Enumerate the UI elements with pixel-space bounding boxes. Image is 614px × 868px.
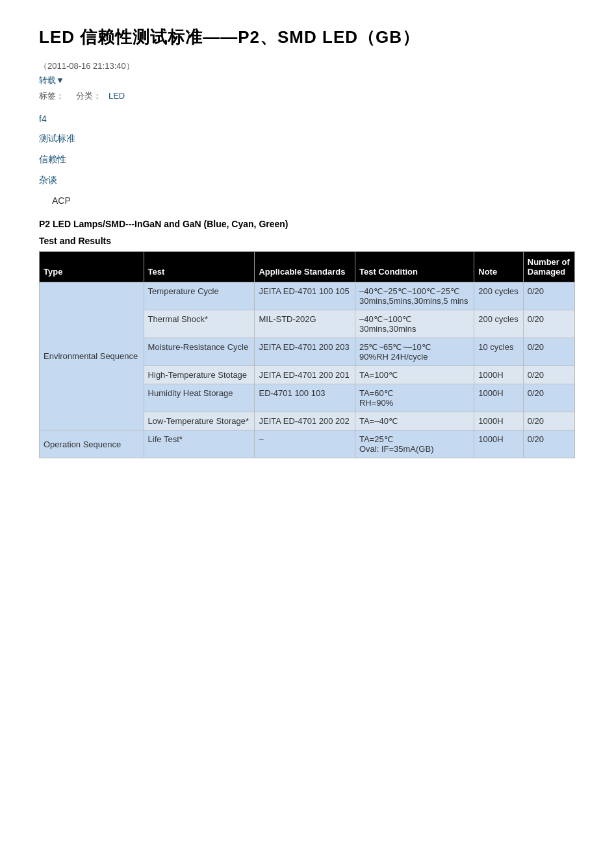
- test-cell: Temperature Cycle: [144, 282, 255, 310]
- standards-cell: JEITA ED-4701 100 105: [255, 282, 355, 310]
- condition-cell: 25℃~65℃~–10℃ 90%RH 24H/cycle: [355, 338, 474, 366]
- condition-cell: –40℃~100℃ 30mins,30mins: [355, 310, 474, 338]
- damaged-cell: 0/20: [523, 412, 574, 430]
- tag-miscellaneous[interactable]: 杂谈: [39, 175, 575, 186]
- tag-test-standard[interactable]: 测试标准: [39, 133, 575, 145]
- note-cell: 200 cycles: [474, 310, 524, 338]
- tags-line: 标签： 分类： LED: [39, 90, 575, 102]
- note-cell: 1000H: [474, 430, 524, 458]
- condition-cell: TA=60℃ RH=90%: [355, 384, 474, 412]
- meta-date: （2011-08-16 21:13:40）: [39, 60, 575, 72]
- damaged-cell: 0/20: [523, 430, 574, 458]
- type-cell: Environmental Sequence: [40, 282, 144, 430]
- col-type: Type: [40, 252, 144, 282]
- tag-reliability[interactable]: 信赖性: [39, 154, 575, 166]
- note-cell: 1000H: [474, 366, 524, 384]
- condition-cell: TA=25℃ Oval: IF=35mA(GB): [355, 430, 474, 458]
- condition-cell: TA=–40℃: [355, 412, 474, 430]
- note-cell: 200 cycles: [474, 282, 524, 310]
- damaged-cell: 0/20: [523, 310, 574, 338]
- table-row: Operation SequenceLife Test*–TA=25℃ Oval…: [40, 430, 575, 458]
- note-cell: 1000H: [474, 384, 524, 412]
- page-title: LED 信赖性测试标准——P2、SMD LED（GB）: [39, 26, 575, 49]
- standards-cell: JEITA ED-4701 200 203: [255, 338, 355, 366]
- category-label: 分类：: [76, 91, 101, 101]
- test-cell: Thermal Shock*: [144, 310, 255, 338]
- test-cell: Low-Temperature Storage*: [144, 412, 255, 430]
- standards-cell: JEITA ED-4701 200 201: [255, 366, 355, 384]
- standards-cell: JEITA ED-4701 200 202: [255, 412, 355, 430]
- damaged-cell: 0/20: [523, 282, 574, 310]
- test-cell: High-Temperature Stotage: [144, 366, 255, 384]
- results-heading: Test and Results: [39, 236, 575, 246]
- damaged-cell: 0/20: [523, 384, 574, 412]
- note-cell: 1000H: [474, 412, 524, 430]
- repost-button[interactable]: 转载▼: [39, 75, 575, 86]
- test-cell: Humidity Heat Storage: [144, 384, 255, 412]
- section-subtitle: P2 LED Lamps/SMD---InGaN and GaN (Blue, …: [39, 219, 575, 229]
- standards-cell: –: [255, 430, 355, 458]
- test-cell: Life Test*: [144, 430, 255, 458]
- standards-cell: MIL-STD-202G: [255, 310, 355, 338]
- note-cell: 10 cycles: [474, 338, 524, 366]
- acp-text: ACP: [52, 195, 575, 206]
- col-number: Number of Damaged: [523, 252, 574, 282]
- tag-f4[interactable]: f4: [39, 114, 575, 124]
- tags-label: 标签：: [39, 91, 64, 101]
- type-cell: Operation Sequence: [40, 430, 144, 458]
- col-condition: Test Condition: [355, 252, 474, 282]
- results-table: Type Test Applicable Standards Test Cond…: [39, 251, 575, 458]
- col-note: Note: [474, 252, 524, 282]
- standards-cell: ED-4701 100 103: [255, 384, 355, 412]
- damaged-cell: 0/20: [523, 338, 574, 366]
- col-standards: Applicable Standards: [255, 252, 355, 282]
- test-cell: Moisture-Resistance Cycle: [144, 338, 255, 366]
- damaged-cell: 0/20: [523, 366, 574, 384]
- category-link[interactable]: LED: [109, 91, 125, 101]
- condition-cell: TA=100℃: [355, 366, 474, 384]
- col-test: Test: [144, 252, 255, 282]
- condition-cell: –40℃~25℃~100℃~25℃ 30mins,5mins,30mins,5 …: [355, 282, 474, 310]
- table-row: Environmental SequenceTemperature CycleJ…: [40, 282, 575, 310]
